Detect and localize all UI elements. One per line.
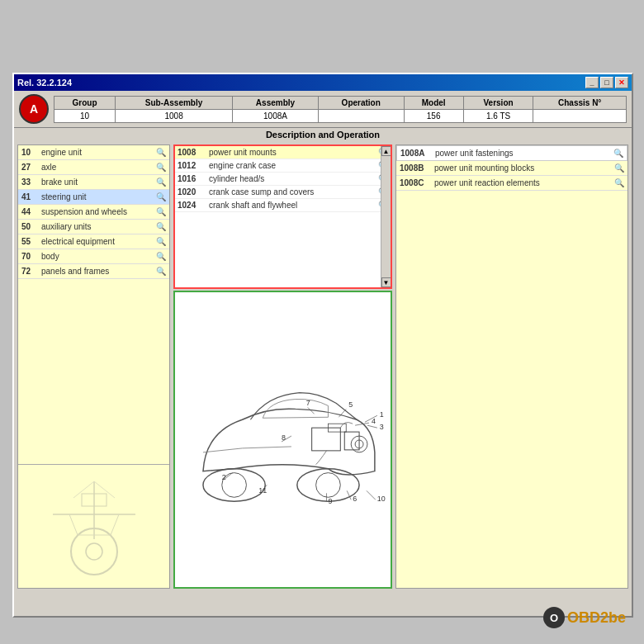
svg-text:5: 5 (348, 400, 353, 409)
assembly-header: Assembly (233, 96, 319, 109)
main-content: 10engine unit🔍27axle🔍33brake unit🔍41stee… (14, 141, 632, 592)
assembly-value: 1008A (233, 109, 319, 122)
search-icon[interactable]: 🔍 (156, 163, 166, 172)
right-panel: 1008Apower unit fastenings🔍1008Bpower un… (395, 144, 628, 589)
search-icon[interactable]: 🔍 (156, 222, 166, 231)
svg-text:1: 1 (379, 410, 383, 419)
svg-text:10: 10 (376, 495, 385, 503)
middle-panel: 1008power unit mounts🔍1012engine crank c… (173, 144, 392, 589)
operation-header: Operation (318, 96, 404, 109)
search-icon[interactable]: 🔍 (156, 267, 166, 276)
svg-text:3: 3 (379, 423, 383, 431)
watermark: O OBD2be (542, 606, 626, 629)
model-header: Model (404, 96, 463, 109)
suspension-diagram (18, 464, 169, 588)
search-icon[interactable]: 🔍 (614, 178, 624, 187)
model-value: 156 (404, 109, 463, 122)
middle-list-item[interactable]: 1012engine crank case🔍 (175, 159, 391, 173)
svg-text:O: O (550, 612, 558, 624)
left-list-item[interactable]: 41steering unit🔍 (18, 190, 169, 205)
svg-text:11: 11 (258, 486, 267, 495)
svg-line-31 (367, 425, 376, 428)
title-bar: Rel. 32.2.124 _ □ ✕ (14, 74, 632, 91)
svg-line-5 (111, 514, 119, 535)
subassembly-list[interactable]: 1008power unit mounts🔍1012engine crank c… (173, 144, 392, 289)
minimize-button[interactable]: _ (585, 77, 599, 88)
search-icon[interactable]: 🔍 (156, 178, 166, 187)
search-icon[interactable]: 🔍 (156, 192, 166, 201)
title-bar-buttons: _ □ ✕ (585, 77, 628, 88)
search-icon[interactable]: 🔍 (156, 148, 166, 157)
right-list-item[interactable]: 1008Bpower unit mounting blocks🔍 (396, 161, 627, 176)
version-value: 1.6 TS (463, 109, 533, 122)
svg-text:6: 6 (353, 495, 357, 503)
right-list-item[interactable]: 1008Cpower unit reaction elements🔍 (396, 176, 627, 191)
right-list-item[interactable]: 1008Apower unit fastenings🔍 (396, 145, 627, 161)
assembly-list[interactable]: 1008Apower unit fastenings🔍1008Bpower un… (396, 145, 627, 588)
group-list[interactable]: 10engine unit🔍27axle🔍33brake unit🔍41stee… (18, 145, 169, 462)
description-bar: Description and Operation (14, 127, 632, 141)
subassembly-value: 1008 (116, 109, 233, 122)
left-list-item[interactable]: 10engine unit🔍 (18, 145, 169, 160)
window-title: Rel. 32.2.124 (17, 78, 72, 88)
subassembly-header: Sub-Assembly (116, 96, 233, 109)
chassis-value (533, 109, 627, 122)
group-header: Group (54, 96, 116, 109)
header-table: Group Sub-Assembly Assembly Operation Mo… (54, 96, 627, 123)
svg-line-7 (73, 481, 94, 498)
group-value: 10 (54, 109, 116, 122)
search-icon[interactable]: 🔍 (156, 237, 166, 246)
version-header: Version (463, 96, 533, 109)
maximize-button[interactable]: □ (600, 77, 613, 88)
left-list-item[interactable]: 70body🔍 (18, 249, 169, 264)
svg-point-3 (86, 543, 102, 560)
close-button[interactable]: ✕ (615, 77, 628, 88)
left-list-item[interactable]: 55electrical equipment🔍 (18, 234, 169, 249)
svg-text:9: 9 (328, 497, 332, 505)
header-area: Α Group Sub-Assembly Assembly Operation … (14, 91, 632, 127)
left-list-item[interactable]: 44suspension and wheels🔍 (18, 205, 169, 220)
svg-point-10 (202, 468, 264, 501)
svg-text:2: 2 (221, 472, 225, 481)
middle-list-item[interactable]: 1024crank shaft and flywheel🔍 (175, 199, 391, 212)
main-window: Rel. 32.2.124 _ □ ✕ Α Group Sub-Assembly… (12, 73, 633, 618)
alfa-romeo-logo: Α (19, 94, 49, 124)
search-icon[interactable]: 🔍 (614, 163, 624, 173)
engine-diagram: 1 3 4 5 7 8 2 11 9 6 10 (173, 291, 392, 589)
search-icon[interactable]: 🔍 (613, 149, 623, 158)
left-list-item[interactable]: 72panels and frames🔍 (18, 264, 169, 279)
middle-list-item[interactable]: 1008power unit mounts🔍 (175, 146, 391, 159)
left-list-item[interactable]: 33brake unit🔍 (18, 175, 169, 190)
svg-point-13 (315, 472, 340, 497)
search-icon[interactable]: 🔍 (156, 207, 166, 216)
operation-value (318, 109, 404, 122)
svg-text:7: 7 (305, 399, 310, 407)
chassis-header: Chassis N° (533, 96, 627, 109)
svg-line-40 (366, 490, 375, 500)
search-icon[interactable]: 🔍 (156, 252, 166, 261)
svg-line-8 (94, 481, 115, 498)
middle-list-item[interactable]: 1020crank case sump and covers🔍 (175, 186, 391, 199)
svg-rect-14 (311, 428, 340, 451)
svg-line-4 (69, 514, 78, 535)
middle-list-item[interactable]: 1016cylinder head/s🔍 (175, 173, 391, 186)
left-panel: 10engine unit🔍27axle🔍33brake unit🔍41stee… (17, 144, 170, 589)
left-list-item[interactable]: 50auxiliary units🔍 (18, 220, 169, 234)
left-list-item[interactable]: 27axle🔍 (18, 160, 169, 175)
